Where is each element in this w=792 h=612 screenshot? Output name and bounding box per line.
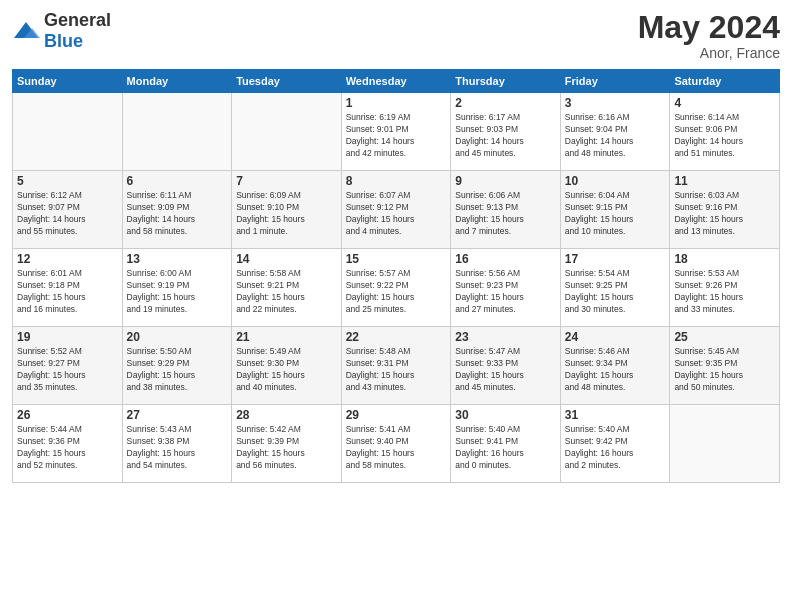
table-cell: 23Sunrise: 5:47 AM Sunset: 9:33 PM Dayli… bbox=[451, 327, 561, 405]
col-tuesday: Tuesday bbox=[232, 70, 342, 93]
col-thursday: Thursday bbox=[451, 70, 561, 93]
table-cell bbox=[232, 93, 342, 171]
day-number: 14 bbox=[236, 252, 337, 266]
logo-text: General Blue bbox=[44, 10, 111, 52]
day-number: 15 bbox=[346, 252, 447, 266]
day-number: 29 bbox=[346, 408, 447, 422]
day-number: 3 bbox=[565, 96, 666, 110]
day-number: 6 bbox=[127, 174, 228, 188]
day-info: Sunrise: 6:11 AM Sunset: 9:09 PM Dayligh… bbox=[127, 190, 228, 238]
day-number: 18 bbox=[674, 252, 775, 266]
table-cell: 2Sunrise: 6:17 AM Sunset: 9:03 PM Daylig… bbox=[451, 93, 561, 171]
day-number: 17 bbox=[565, 252, 666, 266]
day-number: 21 bbox=[236, 330, 337, 344]
week-row-5: 26Sunrise: 5:44 AM Sunset: 9:36 PM Dayli… bbox=[13, 405, 780, 483]
table-cell: 6Sunrise: 6:11 AM Sunset: 9:09 PM Daylig… bbox=[122, 171, 232, 249]
day-info: Sunrise: 5:58 AM Sunset: 9:21 PM Dayligh… bbox=[236, 268, 337, 316]
day-info: Sunrise: 5:57 AM Sunset: 9:22 PM Dayligh… bbox=[346, 268, 447, 316]
table-cell: 24Sunrise: 5:46 AM Sunset: 9:34 PM Dayli… bbox=[560, 327, 670, 405]
table-cell: 14Sunrise: 5:58 AM Sunset: 9:21 PM Dayli… bbox=[232, 249, 342, 327]
day-info: Sunrise: 6:07 AM Sunset: 9:12 PM Dayligh… bbox=[346, 190, 447, 238]
table-cell: 4Sunrise: 6:14 AM Sunset: 9:06 PM Daylig… bbox=[670, 93, 780, 171]
day-info: Sunrise: 5:40 AM Sunset: 9:42 PM Dayligh… bbox=[565, 424, 666, 472]
day-number: 9 bbox=[455, 174, 556, 188]
day-number: 4 bbox=[674, 96, 775, 110]
day-info: Sunrise: 6:03 AM Sunset: 9:16 PM Dayligh… bbox=[674, 190, 775, 238]
day-number: 10 bbox=[565, 174, 666, 188]
table-cell: 5Sunrise: 6:12 AM Sunset: 9:07 PM Daylig… bbox=[13, 171, 123, 249]
table-cell: 20Sunrise: 5:50 AM Sunset: 9:29 PM Dayli… bbox=[122, 327, 232, 405]
day-info: Sunrise: 5:53 AM Sunset: 9:26 PM Dayligh… bbox=[674, 268, 775, 316]
col-monday: Monday bbox=[122, 70, 232, 93]
month-year: May 2024 bbox=[638, 10, 780, 45]
day-number: 16 bbox=[455, 252, 556, 266]
table-cell: 19Sunrise: 5:52 AM Sunset: 9:27 PM Dayli… bbox=[13, 327, 123, 405]
table-cell: 27Sunrise: 5:43 AM Sunset: 9:38 PM Dayli… bbox=[122, 405, 232, 483]
table-cell: 25Sunrise: 5:45 AM Sunset: 9:35 PM Dayli… bbox=[670, 327, 780, 405]
day-number: 5 bbox=[17, 174, 118, 188]
day-number: 8 bbox=[346, 174, 447, 188]
day-number: 1 bbox=[346, 96, 447, 110]
logo-blue: Blue bbox=[44, 31, 83, 51]
title-block: May 2024 Anor, France bbox=[638, 10, 780, 61]
table-cell: 18Sunrise: 5:53 AM Sunset: 9:26 PM Dayli… bbox=[670, 249, 780, 327]
day-info: Sunrise: 5:54 AM Sunset: 9:25 PM Dayligh… bbox=[565, 268, 666, 316]
table-cell: 10Sunrise: 6:04 AM Sunset: 9:15 PM Dayli… bbox=[560, 171, 670, 249]
table-cell: 3Sunrise: 6:16 AM Sunset: 9:04 PM Daylig… bbox=[560, 93, 670, 171]
day-number: 7 bbox=[236, 174, 337, 188]
day-number: 24 bbox=[565, 330, 666, 344]
day-info: Sunrise: 5:48 AM Sunset: 9:31 PM Dayligh… bbox=[346, 346, 447, 394]
day-info: Sunrise: 5:47 AM Sunset: 9:33 PM Dayligh… bbox=[455, 346, 556, 394]
day-number: 30 bbox=[455, 408, 556, 422]
day-number: 28 bbox=[236, 408, 337, 422]
table-cell: 16Sunrise: 5:56 AM Sunset: 9:23 PM Dayli… bbox=[451, 249, 561, 327]
day-number: 25 bbox=[674, 330, 775, 344]
table-cell: 29Sunrise: 5:41 AM Sunset: 9:40 PM Dayli… bbox=[341, 405, 451, 483]
day-info: Sunrise: 6:19 AM Sunset: 9:01 PM Dayligh… bbox=[346, 112, 447, 160]
table-cell: 15Sunrise: 5:57 AM Sunset: 9:22 PM Dayli… bbox=[341, 249, 451, 327]
header-row: Sunday Monday Tuesday Wednesday Thursday… bbox=[13, 70, 780, 93]
table-cell bbox=[670, 405, 780, 483]
table-cell: 11Sunrise: 6:03 AM Sunset: 9:16 PM Dayli… bbox=[670, 171, 780, 249]
table-cell: 12Sunrise: 6:01 AM Sunset: 9:18 PM Dayli… bbox=[13, 249, 123, 327]
day-number: 27 bbox=[127, 408, 228, 422]
header: General Blue May 2024 Anor, France bbox=[12, 10, 780, 61]
day-info: Sunrise: 6:14 AM Sunset: 9:06 PM Dayligh… bbox=[674, 112, 775, 160]
day-info: Sunrise: 6:01 AM Sunset: 9:18 PM Dayligh… bbox=[17, 268, 118, 316]
table-cell: 31Sunrise: 5:40 AM Sunset: 9:42 PM Dayli… bbox=[560, 405, 670, 483]
day-number: 11 bbox=[674, 174, 775, 188]
week-row-1: 1Sunrise: 6:19 AM Sunset: 9:01 PM Daylig… bbox=[13, 93, 780, 171]
day-info: Sunrise: 6:04 AM Sunset: 9:15 PM Dayligh… bbox=[565, 190, 666, 238]
day-info: Sunrise: 6:16 AM Sunset: 9:04 PM Dayligh… bbox=[565, 112, 666, 160]
day-info: Sunrise: 5:46 AM Sunset: 9:34 PM Dayligh… bbox=[565, 346, 666, 394]
day-number: 23 bbox=[455, 330, 556, 344]
table-cell: 22Sunrise: 5:48 AM Sunset: 9:31 PM Dayli… bbox=[341, 327, 451, 405]
day-number: 13 bbox=[127, 252, 228, 266]
day-number: 20 bbox=[127, 330, 228, 344]
day-info: Sunrise: 5:40 AM Sunset: 9:41 PM Dayligh… bbox=[455, 424, 556, 472]
logo-general: General bbox=[44, 10, 111, 30]
table-cell bbox=[122, 93, 232, 171]
day-info: Sunrise: 5:42 AM Sunset: 9:39 PM Dayligh… bbox=[236, 424, 337, 472]
day-info: Sunrise: 5:50 AM Sunset: 9:29 PM Dayligh… bbox=[127, 346, 228, 394]
col-saturday: Saturday bbox=[670, 70, 780, 93]
logo: General Blue bbox=[12, 10, 111, 52]
table-cell: 9Sunrise: 6:06 AM Sunset: 9:13 PM Daylig… bbox=[451, 171, 561, 249]
col-sunday: Sunday bbox=[13, 70, 123, 93]
day-info: Sunrise: 5:41 AM Sunset: 9:40 PM Dayligh… bbox=[346, 424, 447, 472]
table-cell: 7Sunrise: 6:09 AM Sunset: 9:10 PM Daylig… bbox=[232, 171, 342, 249]
logo-icon bbox=[12, 20, 40, 42]
table-cell: 13Sunrise: 6:00 AM Sunset: 9:19 PM Dayli… bbox=[122, 249, 232, 327]
day-number: 12 bbox=[17, 252, 118, 266]
col-friday: Friday bbox=[560, 70, 670, 93]
day-number: 26 bbox=[17, 408, 118, 422]
week-row-3: 12Sunrise: 6:01 AM Sunset: 9:18 PM Dayli… bbox=[13, 249, 780, 327]
day-info: Sunrise: 5:44 AM Sunset: 9:36 PM Dayligh… bbox=[17, 424, 118, 472]
calendar-table: Sunday Monday Tuesday Wednesday Thursday… bbox=[12, 69, 780, 483]
day-number: 2 bbox=[455, 96, 556, 110]
day-info: Sunrise: 5:43 AM Sunset: 9:38 PM Dayligh… bbox=[127, 424, 228, 472]
day-number: 22 bbox=[346, 330, 447, 344]
page-container: General Blue May 2024 Anor, France Sunda… bbox=[0, 0, 792, 493]
week-row-2: 5Sunrise: 6:12 AM Sunset: 9:07 PM Daylig… bbox=[13, 171, 780, 249]
location: Anor, France bbox=[638, 45, 780, 61]
